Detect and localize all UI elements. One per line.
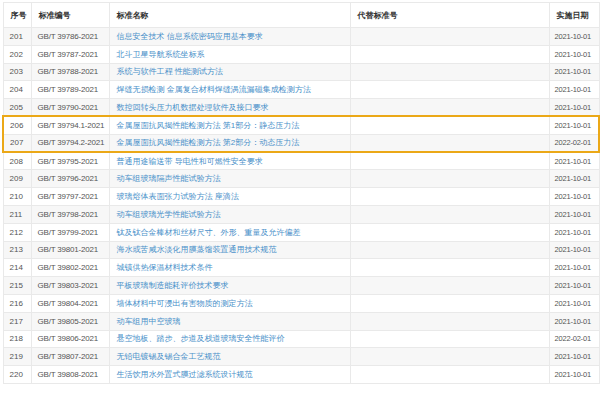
standard-name-link[interactable]: 金属屋面抗风揭性能检测方法 第1部分：静态压力法 [117, 121, 300, 130]
replaced-code-cell [350, 330, 549, 348]
standard-name-link[interactable]: 无铅电镀锡及锡合金工艺规范 [117, 352, 221, 361]
impl-date-cell: 2021-10-01 [549, 63, 599, 81]
impl-date-cell: 2021-10-01 [549, 312, 599, 330]
seq-cell: 208 [3, 152, 31, 170]
standard-code-cell: GB/T 39786-2021 [31, 28, 109, 46]
seq-cell: 206 [3, 116, 31, 134]
replaced-code-cell [350, 99, 549, 117]
standard-name-link[interactable]: 城镇供热保温材料技术条件 [117, 263, 213, 272]
standard-code-cell: GB/T 39797-2021 [31, 188, 109, 206]
seq-cell: 212 [3, 223, 31, 241]
impl-date-cell: 2021-10-01 [549, 170, 599, 188]
impl-date-cell: 2021-10-01 [549, 28, 599, 46]
replaced-code-cell [350, 116, 549, 134]
replaced-code-cell [350, 241, 549, 259]
table-row: 204GB/T 39789-2021焊缝无损检测 金属复合材料焊缝涡流漏磁集成检… [3, 81, 599, 99]
standard-name-link[interactable]: 普通用途输送带 导电性和可燃性安全要求 [117, 157, 263, 166]
standard-code-cell: GB/T 39789-2021 [31, 81, 109, 99]
table-row: 215GB/T 39803-2021平板玻璃制造能耗评价技术要求2021-10-… [3, 277, 599, 295]
standard-code-cell: GB/T 39794.2-2021 [31, 134, 109, 152]
seq-cell: 220 [3, 366, 31, 384]
standard-code-cell: GB/T 39806-2021 [31, 330, 109, 348]
standard-name-link[interactable]: 系统与软件工程 性能测试方法 [117, 67, 223, 76]
standard-name-link[interactable]: 海水或苦咸水淡化用膜蒸馏装置通用技术规范 [117, 245, 277, 254]
standard-name-link[interactable]: 生活饮用水外置式膜过滤系统设计规范 [117, 370, 253, 379]
table-row: 209GB/T 39796-2021动车组玻璃隔声性能试验方法2021-10-0… [3, 170, 599, 188]
impl-date-cell: 2021-10-01 [549, 348, 599, 366]
standard-name-link[interactable]: 焊缝无损检测 金属复合材料焊缝涡流漏磁集成检测方法 [117, 85, 311, 94]
standard-code-cell: GB/T 39804-2021 [31, 294, 109, 312]
impl-date-cell: 2021-10-01 [549, 45, 599, 63]
standard-name-link[interactable]: 玻璃熔体表面张力试验方法 座滴法 [117, 192, 239, 201]
impl-date-cell: 2021-10-01 [549, 81, 599, 99]
seq-cell: 218 [3, 330, 31, 348]
table-row: 220GB/T 39808-2021生活饮用水外置式膜过滤系统设计规范2021-… [3, 366, 599, 384]
standard-code-cell: GB/T 39805-2021 [31, 312, 109, 330]
standard-name-link[interactable]: 数控回转头压力机数据处理软件及接口要求 [117, 103, 269, 112]
standard-name-cell: 焊缝无损检测 金属复合材料焊缝涡流漏磁集成检测方法 [109, 81, 350, 99]
standard-name-cell: 信息安全技术 信息系统密码应用基本要求 [109, 28, 350, 46]
standard-name-cell: 生活饮用水外置式膜过滤系统设计规范 [109, 366, 350, 384]
impl-date-cell: 2021-10-01 [549, 241, 599, 259]
standard-name-cell: 城镇供热保温材料技术条件 [109, 259, 350, 277]
table-row: 208GB/T 39795-2021普通用途输送带 导电性和可燃性安全要求202… [3, 152, 599, 170]
seq-cell: 205 [3, 99, 31, 117]
standard-name-cell: 玻璃熔体表面张力试验方法 座滴法 [109, 188, 350, 206]
table-row: 201GB/T 39786-2021信息安全技术 信息系统密码应用基本要求202… [3, 28, 599, 46]
table-row: 219GB/T 39807-2021无铅电镀锡及锡合金工艺规范2021-10-0… [3, 348, 599, 366]
seq-cell: 216 [3, 294, 31, 312]
standard-name-link[interactable]: 信息安全技术 信息系统密码应用基本要求 [117, 32, 263, 41]
table-header-row: 序号 标准编号 标准名称 代替标准号 实施日期 [3, 3, 599, 28]
impl-date-cell: 2022-02-01 [549, 330, 599, 348]
replaced-code-cell [350, 348, 549, 366]
seq-cell: 217 [3, 312, 31, 330]
replaced-code-cell [350, 259, 549, 277]
impl-date-cell: 2021-10-01 [549, 99, 599, 117]
header-replaced: 代替标准号 [350, 3, 549, 28]
seq-cell: 214 [3, 259, 31, 277]
seq-cell: 215 [3, 277, 31, 295]
standard-name-link[interactable]: 钛及钛合金棒材和丝材尺寸、外形、重量及允许偏差 [117, 228, 301, 237]
standard-code-cell: GB/T 39799-2021 [31, 223, 109, 241]
standard-name-cell: 动车组玻璃光学性能试验方法 [109, 205, 350, 223]
standard-name-link[interactable]: 墙体材料中可浸出有害物质的测定方法 [117, 299, 253, 308]
standard-name-cell: 动车组玻璃隔声性能试验方法 [109, 170, 350, 188]
standard-name-link[interactable]: 悬空地板、踏步、步道及栈道玻璃安全性能评价 [117, 334, 285, 343]
header-date: 实施日期 [549, 3, 599, 28]
header-seq: 序号 [3, 3, 31, 28]
standard-name-cell: 北斗卫星导航系统坐标系 [109, 45, 350, 63]
standard-name-link[interactable]: 动车组玻璃光学性能试验方法 [117, 210, 221, 219]
standard-name-link[interactable]: 平板玻璃制造能耗评价技术要求 [117, 281, 229, 290]
seq-cell: 207 [3, 134, 31, 152]
impl-date-cell: 2021-10-01 [549, 188, 599, 206]
seq-cell: 202 [3, 45, 31, 63]
table-row: 214GB/T 39802-2021城镇供热保温材料技术条件2021-10-01 [3, 259, 599, 277]
standard-code-cell: GB/T 39803-2021 [31, 277, 109, 295]
replaced-code-cell [350, 223, 549, 241]
impl-date-cell: 2021-10-01 [549, 205, 599, 223]
standard-name-link[interactable]: 北斗卫星导航系统坐标系 [117, 50, 205, 59]
standard-name-link[interactable]: 动车组用中空玻璃 [117, 317, 181, 326]
standard-code-cell: GB/T 39807-2021 [31, 348, 109, 366]
table-row: 217GB/T 39805-2021动车组用中空玻璃2021-10-01 [3, 312, 599, 330]
standard-name-cell: 钛及钛合金棒材和丝材尺寸、外形、重量及允许偏差 [109, 223, 350, 241]
impl-date-cell: 2021-10-01 [549, 366, 599, 384]
replaced-code-cell [350, 170, 549, 188]
table-row: 213GB/T 39801-2021海水或苦咸水淡化用膜蒸馏装置通用技术规范20… [3, 241, 599, 259]
standard-name-link[interactable]: 动车组玻璃隔声性能试验方法 [117, 174, 221, 183]
standards-table: 序号 标准编号 标准名称 代替标准号 实施日期 201GB/T 39786-20… [2, 2, 600, 384]
standards-table-header: 序号 标准编号 标准名称 代替标准号 实施日期 [3, 3, 599, 28]
standard-name-cell: 平板玻璃制造能耗评价技术要求 [109, 277, 350, 295]
seq-cell: 213 [3, 241, 31, 259]
impl-date-cell: 2021-10-01 [549, 259, 599, 277]
table-row: 205GB/T 39790-2021数控回转头压力机数据处理软件及接口要求202… [3, 99, 599, 117]
standard-code-cell: GB/T 39788-2021 [31, 63, 109, 81]
standard-name-cell: 金属屋面抗风揭性能检测方法 第1部分：静态压力法 [109, 116, 350, 134]
replaced-code-cell [350, 28, 549, 46]
impl-date-cell: 2021-10-01 [549, 223, 599, 241]
standard-code-cell: GB/T 39798-2021 [31, 205, 109, 223]
table-row: 211GB/T 39798-2021动车组玻璃光学性能试验方法2021-10-0… [3, 205, 599, 223]
standard-name-link[interactable]: 金属屋面抗风揭性能检测方法 第2部分：动态压力法 [117, 138, 300, 147]
seq-cell: 204 [3, 81, 31, 99]
standards-table-body: 201GB/T 39786-2021信息安全技术 信息系统密码应用基本要求202… [3, 28, 599, 384]
